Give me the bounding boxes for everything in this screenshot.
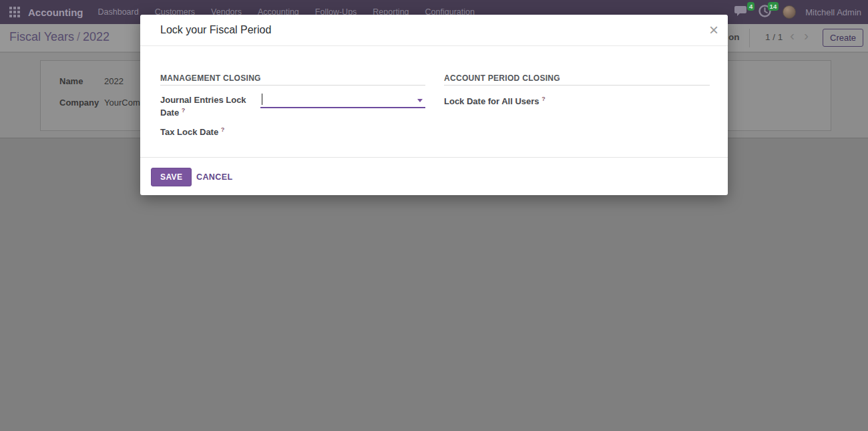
chat-bubble-icon [734,5,748,17]
close-icon[interactable]: × [709,19,718,41]
lock-fiscal-period-dialog: Lock your Fiscal Period × MANAGEMENT CLO… [140,15,728,195]
field-row-name: Name 2022 [59,76,124,86]
account-period-closing-title: ACCOUNT PERIOD CLOSING [444,74,710,83]
lock-date-all-users-label: Lock Date for All Users ? [444,95,546,108]
lock-date-all-users-text: Lock Date for All Users [444,96,539,106]
chevron-down-icon[interactable] [417,99,423,102]
user-name[interactable]: Mitchell Admin [805,7,861,17]
messages-badge: 4 [747,2,754,11]
dialog-title: Lock your Fiscal Period [160,24,271,36]
control-panel-divider [749,29,750,47]
name-value[interactable]: 2022 [104,76,124,86]
breadcrumb-current: 2022 [83,30,110,43]
management-closing-underline [160,85,425,86]
text-cursor [262,94,262,105]
breadcrumb-separator: / [74,30,83,43]
pager-previous-icon[interactable]: ‹ [790,27,795,43]
user-avatar[interactable] [783,5,796,19]
name-label: Name [59,76,104,86]
journal-entries-lock-date-label: Journal Entries Lock Date ? [160,94,254,120]
app-name[interactable]: Accounting [28,7,83,18]
action-menu-clipped[interactable]: on [728,32,740,42]
cancel-button[interactable]: CANCEL [192,168,236,186]
company-label: Company [59,98,104,108]
messages-button[interactable]: 4 [734,5,749,19]
dialog-header-divider [140,45,728,46]
pager-value: 1 / 1 [765,32,783,42]
pager-next-icon[interactable]: › [804,27,809,43]
journal-entries-lock-date-input[interactable] [260,92,425,107]
create-button[interactable]: Create [823,29,863,47]
activities-button[interactable]: 14 [758,5,773,19]
help-icon[interactable]: ? [221,126,225,133]
help-icon[interactable]: ? [182,107,186,114]
account-period-closing-underline [444,85,710,86]
activities-badge: 14 [768,2,779,11]
screen: Accounting Dashboard Customers Vendors A… [0,0,868,431]
breadcrumb: Fiscal Years/2022 [9,30,110,44]
management-closing-title: MANAGEMENT CLOSING [160,74,425,83]
help-icon[interactable]: ? [541,96,546,102]
breadcrumb-parent[interactable]: Fiscal Years [9,30,74,43]
apps-grid-icon[interactable] [9,7,20,17]
save-button[interactable]: SAVE [151,168,192,186]
menu-dashboard[interactable]: Dashboard [98,0,139,24]
navbar-right: 4 14 Mitchell Admin [734,0,861,24]
dialog-footer-divider [140,157,728,158]
tax-lock-date-text: Tax Lock Date [160,127,218,137]
tax-lock-date-label: Tax Lock Date ? [160,126,224,139]
journal-entries-lock-date-text: Journal Entries Lock Date [160,95,246,118]
journal-entries-lock-date-field [260,92,425,108]
